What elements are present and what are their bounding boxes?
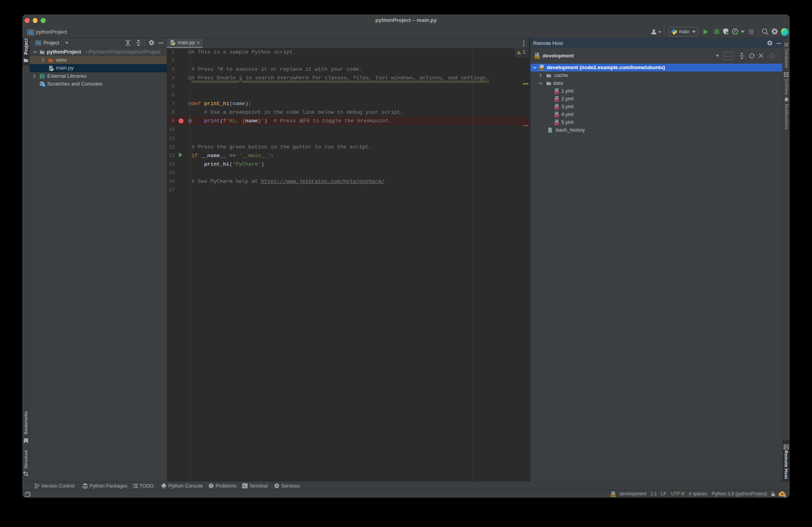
svg-text:YML: YML bbox=[554, 91, 559, 94]
svg-text:YML: YML bbox=[554, 107, 559, 109]
svg-text:YML: YML bbox=[554, 115, 559, 117]
svg-text:SFTP: SFTP bbox=[610, 495, 616, 497]
svg-text:SFTP: SFTP bbox=[539, 68, 544, 70]
svg-text:YML: YML bbox=[554, 123, 559, 125]
svg-text:SFTP: SFTP bbox=[534, 56, 540, 59]
svg-text:?: ? bbox=[549, 129, 551, 133]
svg-text:YML: YML bbox=[554, 99, 559, 102]
